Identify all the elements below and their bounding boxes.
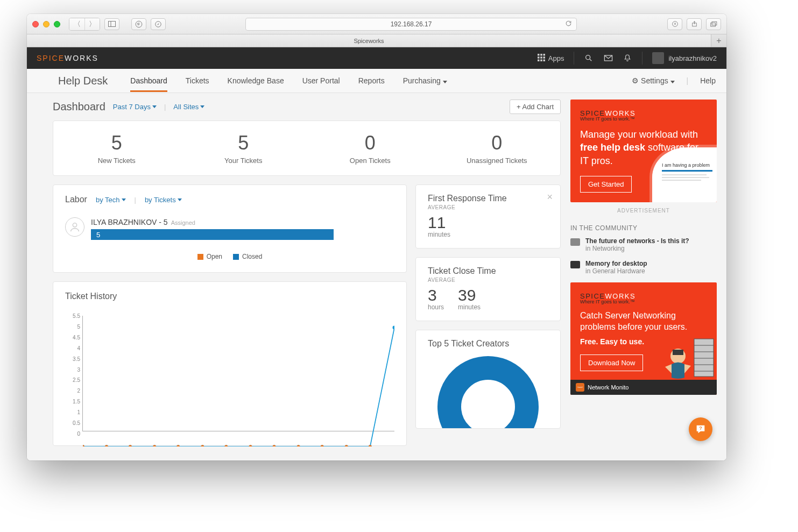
svg-rect-14 bbox=[538, 59, 540, 61]
help-link[interactable]: Help bbox=[700, 76, 716, 85]
svg-rect-15 bbox=[540, 59, 542, 61]
ticket-close-card: Ticket Close Time AVERAGE 3hours 39minut… bbox=[415, 257, 561, 321]
compass-icon[interactable] bbox=[151, 18, 166, 30]
app-header: SPICEWORKS Apps ilyabrazhnikov2 bbox=[27, 47, 726, 69]
nav-tab-reports[interactable]: Reports bbox=[358, 70, 385, 92]
labor-by-tickets[interactable]: by Tickets bbox=[145, 196, 182, 204]
chevron-down-icon bbox=[200, 105, 204, 108]
address-bar[interactable]: 192.168.26.17 bbox=[245, 18, 577, 31]
apps-link[interactable]: Apps bbox=[538, 54, 564, 63]
share-icon[interactable] bbox=[687, 18, 702, 30]
content: Dashboard Past 7 Days | All Sites + Add … bbox=[27, 93, 726, 460]
nav-tab-tickets[interactable]: Tickets bbox=[186, 70, 209, 92]
svg-rect-56 bbox=[673, 350, 683, 355]
avatar bbox=[652, 52, 664, 64]
add-chart-button[interactable]: + Add Chart bbox=[510, 100, 561, 114]
svg-point-45 bbox=[321, 445, 324, 446]
swatch-open bbox=[197, 254, 203, 260]
page-header: Dashboard Past 7 Days | All Sites + Add … bbox=[53, 100, 561, 114]
nav-tab-dashboard[interactable]: Dashboard bbox=[130, 70, 167, 92]
svg-rect-11 bbox=[538, 56, 540, 59]
filter-period[interactable]: Past 7 Days bbox=[113, 103, 157, 111]
stat-new-tickets: 5New Tickets bbox=[53, 132, 180, 165]
sidebar-toggle-icon[interactable] bbox=[104, 18, 119, 30]
labor-by-tech[interactable]: by Tech bbox=[96, 196, 126, 204]
community-item[interactable]: The future of networks - Is this it?in N… bbox=[570, 237, 717, 252]
logo[interactable]: SPICEWORKS bbox=[37, 54, 98, 62]
search-icon[interactable] bbox=[584, 53, 594, 63]
svg-point-48 bbox=[449, 368, 527, 428]
ad-label: ADVERTISEMENT bbox=[570, 208, 717, 214]
community-item[interactable]: Memory for desktopin General Hardware bbox=[570, 260, 717, 275]
svg-rect-10 bbox=[543, 54, 545, 56]
person-icon bbox=[65, 217, 84, 237]
inbox-icon[interactable] bbox=[603, 53, 613, 63]
svg-point-40 bbox=[201, 445, 204, 446]
back-button[interactable]: 〈 bbox=[69, 18, 84, 30]
gear-icon: ⚙ bbox=[632, 76, 639, 85]
ad-preview: I am having a problem bbox=[652, 147, 717, 202]
nav-tab-knowledge-base[interactable]: Knowledge Base bbox=[228, 70, 284, 92]
filter-sites[interactable]: All Sites bbox=[173, 103, 204, 111]
first-response-card: × First Response Time AVERAGE 11minutes bbox=[415, 185, 561, 249]
ad-network-monitor[interactable]: SPICEWORKS Where IT goes to work.™ Catch… bbox=[570, 282, 717, 395]
svg-point-46 bbox=[345, 445, 348, 446]
minimize-window-button[interactable] bbox=[43, 21, 50, 27]
new-tab-button[interactable]: + bbox=[711, 34, 726, 47]
user-menu[interactable]: ilyabrazhnikov2 bbox=[652, 52, 717, 64]
labor-title: Labor bbox=[65, 195, 87, 204]
labor-legend: Open Closed bbox=[65, 253, 394, 260]
svg-rect-9 bbox=[540, 54, 542, 56]
svg-point-35 bbox=[83, 445, 84, 446]
close-window-button[interactable] bbox=[32, 21, 39, 27]
help-bubble-button[interactable]: ? bbox=[689, 417, 712, 441]
svg-rect-16 bbox=[543, 59, 545, 61]
downloads-icon[interactable] bbox=[667, 18, 682, 30]
svg-point-41 bbox=[224, 445, 228, 446]
close-icon[interactable]: × bbox=[547, 191, 553, 203]
y-axis: 5.554.543.532.521.510.50 bbox=[65, 313, 80, 437]
stat-your-tickets: 5Your Tickets bbox=[180, 132, 307, 165]
reload-icon[interactable] bbox=[565, 20, 572, 29]
chevron-down-icon bbox=[122, 198, 126, 201]
svg-line-18 bbox=[590, 59, 591, 61]
svg-point-17 bbox=[586, 55, 590, 60]
svg-point-43 bbox=[273, 445, 276, 446]
get-started-button[interactable]: Get Started bbox=[580, 176, 632, 193]
swatch-closed bbox=[233, 254, 239, 260]
pinterest-icon[interactable] bbox=[131, 18, 146, 30]
safari-toolbar: 〈 〉 192.168.26.17 bbox=[27, 14, 726, 34]
community-thumb-icon bbox=[570, 261, 580, 268]
apps-grid-icon bbox=[538, 54, 545, 63]
ad-help-desk[interactable]: SPICEWORKS Where IT goes to work.™ Manag… bbox=[570, 100, 717, 202]
tabs-icon[interactable] bbox=[706, 18, 721, 30]
svg-point-20 bbox=[73, 223, 76, 227]
close-hours: 3 bbox=[428, 287, 444, 303]
settings-link[interactable]: ⚙ Settings bbox=[632, 76, 674, 85]
svg-rect-13 bbox=[543, 56, 545, 59]
download-now-button[interactable]: Download Now bbox=[580, 354, 643, 371]
svg-point-2 bbox=[136, 21, 142, 27]
labor-row: ILYA BRAZHNIKOV - 5Assigned 5 bbox=[65, 217, 394, 240]
history-title: Ticket History bbox=[65, 292, 117, 301]
svg-rect-6 bbox=[711, 23, 716, 26]
bell-icon[interactable] bbox=[623, 53, 632, 63]
nav-tab-user-portal[interactable]: User Portal bbox=[302, 70, 340, 92]
ticket-history-chart: 5.554.543.532.521.510.50 bbox=[65, 313, 394, 437]
app-title: Help Desk bbox=[58, 75, 108, 87]
close-minutes: 39 bbox=[458, 287, 481, 303]
forward-button[interactable]: 〉 bbox=[84, 18, 100, 30]
ad-illustration bbox=[661, 335, 715, 383]
browser-tab[interactable]: Spiceworks bbox=[27, 34, 711, 47]
svg-text:?: ? bbox=[699, 425, 702, 431]
svg-point-39 bbox=[176, 445, 180, 446]
community-title: IN THE COMMUNITY bbox=[570, 224, 717, 232]
sidebar: SPICEWORKS Where IT goes to work.™ Manag… bbox=[570, 93, 726, 460]
browser-tab-strip: Spiceworks + bbox=[27, 34, 726, 47]
navbar: Help Desk Dashboard Tickets Knowledge Ba… bbox=[27, 69, 726, 93]
nav-tab-purchasing[interactable]: Purchasing bbox=[403, 70, 447, 92]
chevron-down-icon bbox=[670, 81, 675, 83]
svg-rect-12 bbox=[540, 56, 542, 59]
maximize-window-button[interactable] bbox=[54, 21, 60, 27]
page-title: Dashboard bbox=[53, 101, 105, 113]
